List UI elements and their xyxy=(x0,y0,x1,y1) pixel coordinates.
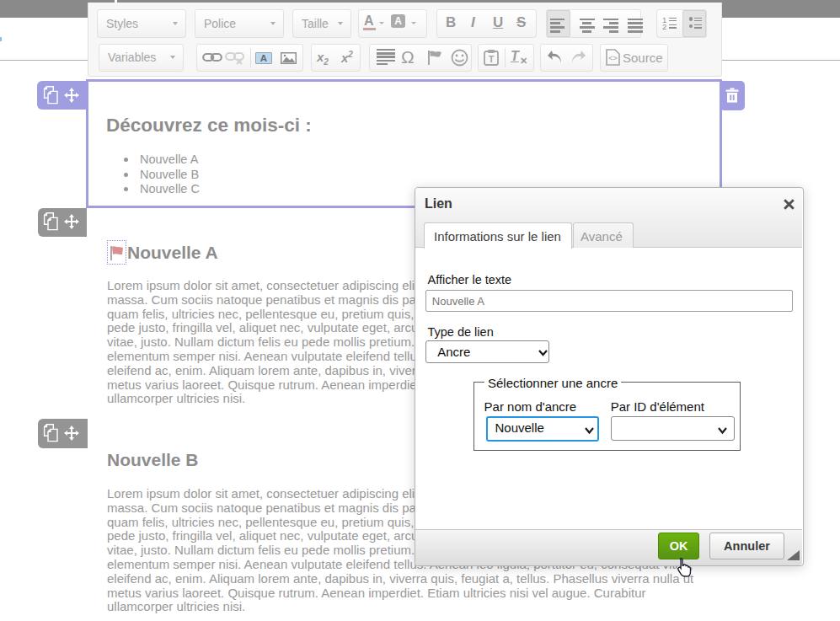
svg-text:T: T xyxy=(489,54,495,64)
svg-text:<>: <> xyxy=(608,54,618,62)
